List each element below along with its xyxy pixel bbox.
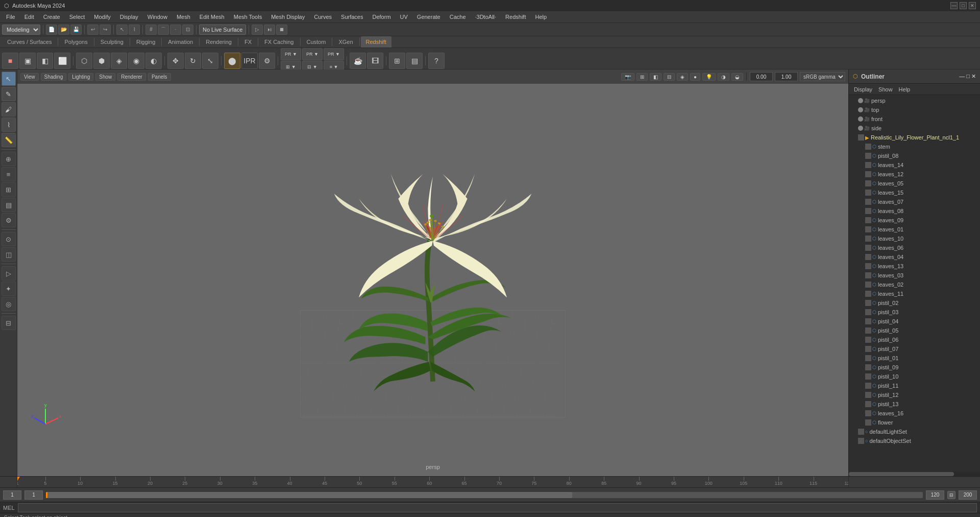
menu-edit-mesh[interactable]: Edit Mesh <box>195 13 229 21</box>
bounding-box-button[interactable]: ⬜ <box>54 53 70 69</box>
outliner-item-leaves14[interactable]: ⬡ leaves_14 <box>849 160 980 170</box>
menu-generate[interactable]: Generate <box>413 13 445 21</box>
history-panel[interactable]: ≡ <box>2 167 16 181</box>
vp-cam-button[interactable]: 📷 <box>621 73 634 81</box>
select-mode-button[interactable]: ↖ <box>2 72 16 86</box>
snap-point-button[interactable]: · <box>170 25 181 35</box>
outliner-item-leaves04[interactable]: ⬡ leaves_04 <box>849 252 980 262</box>
menu-cache[interactable]: Cache <box>446 13 470 21</box>
menu-modify[interactable]: Modify <box>90 13 114 21</box>
viewport[interactable]: View Shading Lighting Show Renderer Pane… <box>17 69 848 476</box>
vp-renderer-menu[interactable]: Renderer <box>117 73 146 81</box>
current-frame-indicator[interactable] <box>46 492 47 498</box>
outliner-item-leaves10[interactable]: ⬡ leaves_10 <box>849 234 980 243</box>
snap-view-button[interactable]: ⊡ <box>182 25 193 35</box>
menu-create[interactable]: Create <box>39 13 64 21</box>
outliner-item-pistil02[interactable]: ⬡ pistil_02 <box>849 298 980 308</box>
outliner-item-pistil11[interactable]: ⬡ pistil_11 <box>849 381 980 390</box>
vp-smooth-shade[interactable]: ● <box>690 73 700 81</box>
pr-button-5[interactable]: PR ▼ <box>324 48 344 60</box>
outliner-item-leaves11[interactable]: ⬡ leaves_11 <box>849 289 980 298</box>
vp-colorspace-select[interactable]: sRGB gamma <box>800 72 845 81</box>
pr-button-3[interactable]: PR ▼ <box>302 48 323 60</box>
smooth-shade-button[interactable]: ▣ <box>19 53 36 69</box>
vp-shading-menu[interactable]: Shading <box>41 73 67 81</box>
render-panel[interactable]: ▷ <box>2 266 16 280</box>
menu-edit[interactable]: Edit <box>20 13 38 21</box>
vp-y-input[interactable] <box>775 72 798 81</box>
film-button[interactable]: 🎞 <box>367 53 383 69</box>
menu-file[interactable]: File <box>2 13 19 21</box>
outliner-menu-display[interactable]: Display <box>852 85 874 93</box>
outliner-restore[interactable]: □ <box>966 73 970 80</box>
outliner-item-pistil13[interactable]: ⬡ pistil_13 <box>849 400 980 409</box>
outliner-item-pistil04[interactable]: ⬡ pistil_04 <box>849 317 980 326</box>
attr-editor-panel[interactable]: ▤ <box>2 198 16 212</box>
rotate-button[interactable]: ↻ <box>185 53 201 69</box>
outliner-item-leaves05[interactable]: ⬡ leaves_05 <box>849 179 980 188</box>
vp-x-input[interactable] <box>750 72 773 81</box>
move-button[interactable]: ✥ <box>167 53 184 69</box>
outliner-item-leaves08[interactable]: ⬡ leaves_08 <box>849 206 980 216</box>
outliner-item-defaultobjectset[interactable]: ○ defaultObjectSet <box>849 436 980 445</box>
vp-hud-toggle[interactable]: ⊟ <box>664 73 675 81</box>
deform-button[interactable]: ◉ <box>128 53 144 69</box>
snap-panel[interactable]: ⊕ <box>2 152 16 166</box>
help-button[interactable]: ? <box>428 53 445 69</box>
wireframe-button[interactable]: ■ <box>2 53 18 69</box>
render-settings-button[interactable]: ⚙ <box>259 53 275 69</box>
poly-button[interactable]: ⬡ <box>76 53 92 69</box>
tab-animation[interactable]: Animation <box>163 36 198 48</box>
menu-display[interactable]: Display <box>116 13 142 21</box>
outliner-item-top[interactable]: 🎥 top <box>849 105 980 114</box>
menu-window[interactable]: Window <box>143 13 172 21</box>
tab-redshift[interactable]: Redshift <box>361 36 391 48</box>
no-live-surface-button[interactable]: No Live Surface <box>199 25 246 35</box>
menu-redshift[interactable]: Redshift <box>501 13 530 21</box>
vp-display-mode[interactable]: ◧ <box>650 73 662 81</box>
fx-panel[interactable]: ✦ <box>2 281 16 296</box>
vp-panels-menu[interactable]: Panels <box>148 73 171 81</box>
outliner-close[interactable]: ✕ <box>971 73 976 80</box>
nurbs-button[interactable]: ⬢ <box>93 53 110 69</box>
start-frame-input[interactable] <box>3 490 21 500</box>
lasso-tool-button[interactable]: ⌇ <box>129 25 140 35</box>
menu-mesh[interactable]: Mesh <box>173 13 194 21</box>
render-icon-3[interactable]: ⏹ <box>276 25 287 35</box>
timeline-ruler[interactable]: 1510152025303540455055606570758085909510… <box>17 477 848 488</box>
paint-skin-button[interactable]: 🖌 <box>2 102 16 116</box>
menu-3dtoall[interactable]: ·3DtoAll· <box>471 13 501 21</box>
outliner-item-leaves12[interactable]: ⬡ leaves_12 <box>849 170 980 179</box>
outliner-item-leaves09[interactable]: ⬡ leaves_09 <box>849 216 980 225</box>
outliner-item-flower[interactable]: ⬡ flower <box>849 418 980 427</box>
outliner-item-lily-group[interactable]: ▶ Realistic_Lily_Flower_Plant_ncl1_1 <box>849 133 980 142</box>
outliner-menu-show[interactable]: Show <box>876 85 895 93</box>
vp-lighting-menu[interactable]: Lighting <box>68 73 93 81</box>
outliner-item-pistil07[interactable]: ⬡ pistil_07 <box>849 344 980 354</box>
lasso-select-button[interactable]: ⌇ <box>2 118 16 132</box>
ipr-button[interactable]: IPR <box>241 53 258 69</box>
vp-ao-toggle[interactable]: ◒ <box>731 73 743 81</box>
render-icon-a[interactable]: ▤ <box>406 53 423 69</box>
subdiv-button[interactable]: ◈ <box>111 53 127 69</box>
pr-button-1[interactable]: PR ▼ <box>281 48 301 60</box>
outliner-item-side[interactable]: 🎥 side <box>849 124 980 133</box>
menu-select[interactable]: Select <box>65 13 89 21</box>
vp-highlight[interactable]: ◈ <box>677 73 688 81</box>
vp-light-toggle[interactable]: 💡 <box>702 73 716 81</box>
outliner-item-defaultlightset[interactable]: ○ defaultLightSet <box>849 427 980 436</box>
select-tool-button[interactable]: ↖ <box>116 25 128 35</box>
redo-button[interactable]: ↪ <box>100 25 111 35</box>
menu-uv[interactable]: UV <box>396 13 412 21</box>
vp-show-menu[interactable]: Show <box>95 73 115 81</box>
outliner-item-pistil08[interactable]: ⬡ pistil_08 <box>849 151 980 160</box>
vp-view-menu[interactable]: View <box>20 73 39 81</box>
outliner-item-persp[interactable]: 🎥 persp <box>849 96 980 105</box>
outliner-item-leaves02[interactable]: ⬡ leaves_02 <box>849 280 980 289</box>
outliner-item-leaves06[interactable]: ⬡ leaves_06 <box>849 243 980 252</box>
tab-fx[interactable]: FX <box>239 36 257 48</box>
snap-grid-button[interactable]: # <box>145 25 157 35</box>
outliner-item-pistil01[interactable]: ⬡ pistil_01 <box>849 354 980 363</box>
render-current-button[interactable]: ⬤ <box>224 53 240 69</box>
menu-deform[interactable]: Deform <box>368 13 395 21</box>
